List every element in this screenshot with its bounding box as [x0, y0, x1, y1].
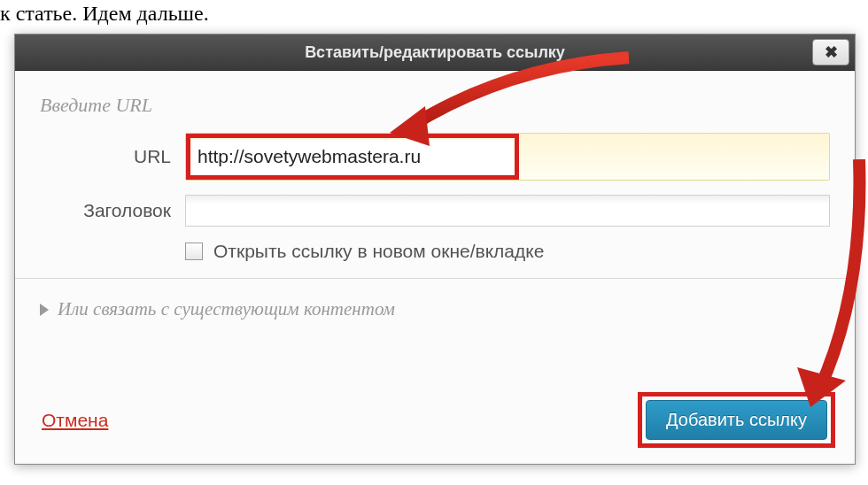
dialog-titlebar: Вставить/редактировать ссылку ✖: [15, 35, 855, 71]
chevron-right-icon: [40, 304, 49, 316]
dialog-body: Введите URL URL Заголовок Открыть ссылку…: [15, 71, 855, 279]
dialog-title: Вставить/редактировать ссылку: [305, 43, 565, 61]
url-label: URL: [40, 146, 185, 167]
url-row: URL: [40, 133, 830, 181]
new-tab-row[interactable]: Открыть ссылку в новом окне/вкладке: [185, 241, 830, 262]
close-button[interactable]: ✖: [812, 39, 849, 65]
new-tab-checkbox[interactable]: [185, 242, 203, 260]
url-input-wrap: [185, 133, 830, 181]
add-link-button[interactable]: Добавить ссылку: [646, 400, 827, 440]
expand-section[interactable]: Или связать с существующим контентом: [15, 279, 855, 324]
insert-link-dialog: Вставить/редактировать ссылку ✖ Введите …: [14, 34, 856, 465]
title-row: Заголовок: [40, 195, 830, 227]
background-text: к статье. Идем дальше.: [0, 2, 209, 26]
highlight-frame-add: Добавить ссылку: [638, 392, 835, 448]
dialog-footer: Отмена Добавить ссылку: [15, 380, 855, 464]
highlight-frame-url: [186, 134, 519, 180]
title-input[interactable]: [185, 195, 830, 227]
close-icon: ✖: [825, 35, 838, 70]
title-label: Заголовок: [40, 200, 185, 221]
new-tab-label: Открыть ссылку в новом окне/вкладке: [213, 241, 544, 262]
section-heading: Введите URL: [40, 94, 830, 117]
expand-label: Или связать с существующим контентом: [58, 298, 395, 320]
url-input[interactable]: [192, 140, 513, 173]
cancel-link[interactable]: Отмена: [42, 410, 108, 431]
